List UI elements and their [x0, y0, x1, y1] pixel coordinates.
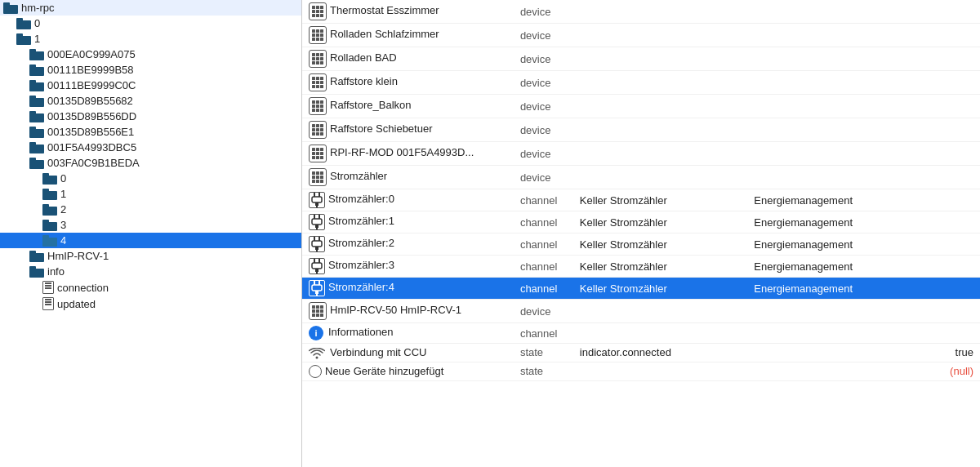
table-row[interactable]: Stromzähler:1channelKeller StromzählerEn…: [302, 211, 980, 234]
tree-item-HmIP-RCV-1[interactable]: HmIP-RCV-1: [0, 248, 301, 264]
tree-item-info[interactable]: info: [0, 264, 301, 279]
folder-icon: [29, 80, 44, 91]
table-cell-name: Verbindung mit CCU: [302, 344, 514, 362]
table-cell-type: state: [514, 344, 573, 362]
row-name-label: Stromzähler:2: [328, 237, 394, 249]
table-cell-value: true: [902, 344, 980, 362]
left-tree-panel: hm-rpc01000EA0C999A07500111BE9999B580011…: [0, 0, 302, 467]
tree-item-sub1[interactable]: 1: [0, 186, 301, 202]
svg-rect-56: [320, 148, 323, 151]
table-cell-value: [902, 211, 980, 234]
tree-item-label: info: [47, 265, 65, 278]
wifi-icon: [309, 348, 325, 359]
channel-plug-icon: [309, 258, 325, 274]
table-cell-name: Stromzähler:1: [302, 211, 514, 234]
tree-item-label: 1: [34, 33, 40, 45]
table-cell-func: [747, 344, 902, 362]
svg-rect-27: [312, 77, 315, 80]
table-row[interactable]: Stromzähler:3channelKeller StromzählerEn…: [302, 256, 980, 278]
tree-item-connection[interactable]: connection: [0, 279, 301, 296]
table-row[interactable]: Raffstore kleindevice: [302, 71, 980, 95]
table-row[interactable]: HmIP-RCV-50 HmIP-RCV-1device: [302, 300, 980, 323]
tree-item-00111BE9999B58[interactable]: 00111BE9999B58: [0, 62, 301, 78]
svg-rect-74: [312, 197, 322, 202]
tree-item-003FA0C9B1BEDA[interactable]: 003FA0C9B1BEDA: [0, 155, 301, 171]
row-name-label: Raffstore_Balkon: [330, 99, 412, 111]
svg-rect-105: [320, 314, 323, 317]
table-row[interactable]: Raffstore Schiebetuerdevice: [302, 118, 980, 142]
table-cell-func: [747, 47, 902, 71]
tree-item-00135D89B556DD[interactable]: 00135D89B556DD: [0, 109, 301, 124]
table-cell-func: [747, 166, 902, 189]
table-row[interactable]: Rolladen Schlafzimmerdevice: [302, 24, 980, 47]
svg-rect-57: [312, 152, 315, 155]
table-row[interactable]: Stromzähler:2channelKeller StromzählerEn…: [302, 234, 980, 256]
tree-item-label: connection: [57, 282, 109, 294]
svg-rect-22: [316, 57, 319, 60]
tree-item-00135D89B55682[interactable]: 00135D89B55682: [0, 93, 301, 109]
tree-item-001F5A4993DBC5[interactable]: 001F5A4993DBC5: [0, 140, 301, 155]
table-cell-type: channel: [514, 211, 573, 234]
table-cell-type: device: [514, 0, 573, 24]
tree-item-label: 1: [60, 188, 66, 200]
tree-item-00111BE9999C0C[interactable]: 00111BE9999C0C: [0, 78, 301, 93]
table-cell-func: Energiemanagement: [747, 234, 902, 256]
svg-rect-89: [312, 263, 322, 269]
tree-item-sub4[interactable]: 4: [0, 233, 301, 248]
tree-item-0[interactable]: 0: [0, 16, 301, 31]
tree-item-updated[interactable]: updated: [0, 296, 301, 312]
tree-item-000EA0C999A075[interactable]: 000EA0C999A075: [0, 47, 301, 62]
tree-item-1[interactable]: 1: [0, 31, 301, 47]
row-name-label: Informationen: [328, 326, 394, 338]
table-row[interactable]: Stromzählerdevice: [302, 166, 980, 189]
table-cell-func: [747, 323, 902, 344]
svg-rect-17: [320, 38, 323, 41]
table-cell-func: [747, 24, 902, 47]
tree-item-hm-rpc[interactable]: hm-rpc: [0, 0, 301, 16]
table-cell-func: [747, 362, 902, 381]
table-row[interactable]: Rolladen BADdevice: [302, 47, 980, 71]
row-name-label: Rolladen Schlafzimmer: [330, 28, 439, 40]
tree-item-00135D89B556E1[interactable]: 00135D89B556E1: [0, 124, 301, 140]
table-row[interactable]: Raffstore_Balkondevice: [302, 95, 980, 118]
tree-item-sub3[interactable]: 3: [0, 217, 301, 233]
row-name-label: Stromzähler:1: [328, 215, 394, 227]
row-name-label: Stromzähler:4: [328, 281, 394, 293]
svg-rect-100: [312, 309, 315, 313]
folder-icon: [3, 2, 18, 14]
table-cell-name: iInformationen: [302, 323, 514, 344]
svg-rect-58: [316, 152, 319, 155]
svg-rect-61: [316, 156, 319, 159]
table-cell-value: [902, 142, 980, 166]
info-circle-icon: i: [309, 326, 323, 340]
tree-item-sub0[interactable]: 0: [0, 171, 301, 186]
svg-rect-81: [316, 228, 318, 229]
table-row[interactable]: Thermostat Esszimmerdevice: [302, 0, 980, 24]
table-cell-room: [573, 323, 747, 344]
table-row[interactable]: iInformationenchannel: [302, 323, 980, 344]
table-cell-type: device: [514, 24, 573, 47]
svg-rect-51: [312, 132, 315, 136]
tree-item-sub2[interactable]: 2: [0, 202, 301, 217]
table-cell-type: device: [514, 300, 573, 323]
table-row[interactable]: Stromzähler:4channelKeller StromzählerEn…: [302, 278, 980, 300]
device-grid-icon: [309, 168, 327, 186]
table-cell-func: Energiemanagement: [747, 189, 902, 211]
table-row[interactable]: Neue Geräte hinzugefügtstate(null): [302, 362, 980, 381]
svg-rect-47: [320, 124, 323, 127]
row-name-label: Rolladen BAD: [330, 51, 397, 64]
svg-rect-24: [312, 61, 315, 64]
svg-rect-15: [312, 38, 315, 41]
tree-item-label: hm-rpc: [21, 2, 54, 14]
table-row[interactable]: Verbindung mit CCUstateindicator.connect…: [302, 344, 980, 362]
table-cell-room: Keller Stromzähler: [573, 234, 747, 256]
table-cell-room: [573, 362, 747, 381]
table-cell-name: Rolladen Schlafzimmer: [302, 24, 514, 47]
svg-rect-45: [312, 124, 315, 127]
table-cell-type: channel: [514, 189, 573, 211]
table-row[interactable]: Stromzähler:0channelKeller StromzählerEn…: [302, 189, 980, 211]
svg-rect-39: [312, 105, 315, 108]
svg-rect-59: [320, 152, 323, 155]
table-row[interactable]: RPI-RF-MOD 001F5A4993D...device: [302, 142, 980, 166]
table-cell-room: Keller Stromzähler: [573, 278, 747, 300]
